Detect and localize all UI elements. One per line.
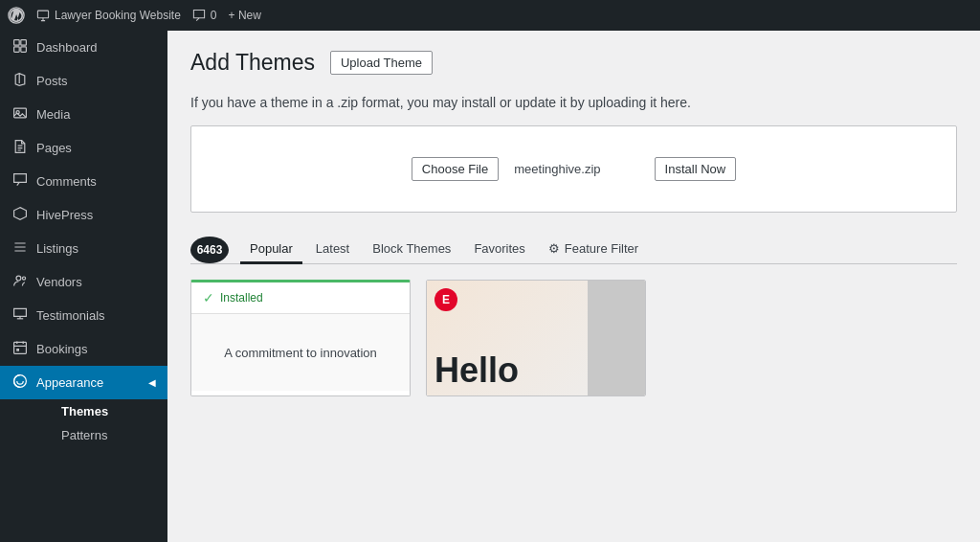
new-content-link[interactable]: + New bbox=[229, 9, 261, 22]
svg-point-9 bbox=[16, 276, 21, 281]
site-name[interactable]: Lawyer Booking Website bbox=[36, 9, 181, 22]
theme-card-body-1: A commitment to innovation bbox=[191, 314, 410, 391]
check-icon: ✓ bbox=[203, 290, 214, 305]
theme-card-installed[interactable]: ✓ Installed A commitment to innovation bbox=[190, 280, 411, 396]
svg-rect-3 bbox=[21, 40, 27, 46]
hello-text: Hello bbox=[434, 353, 519, 388]
sidebar-item-posts[interactable]: Posts bbox=[0, 64, 167, 98]
svg-rect-1 bbox=[37, 11, 48, 18]
listings-icon bbox=[11, 239, 29, 258]
top-bar: Lawyer Booking Website 0 + New bbox=[0, 0, 980, 31]
sidebar-item-listings[interactable]: Listings bbox=[0, 232, 167, 265]
themes-grid: ✓ Installed A commitment to innovation E… bbox=[190, 280, 957, 396]
bookings-icon bbox=[11, 340, 29, 358]
elementor-badge: E bbox=[434, 288, 457, 311]
sidebar-sub-item-themes[interactable]: Themes bbox=[31, 399, 167, 423]
wp-logo-icon[interactable] bbox=[8, 7, 25, 24]
theme-preview-hello: E Hello bbox=[427, 281, 645, 395]
posts-icon bbox=[11, 72, 29, 90]
install-now-button[interactable]: Install Now bbox=[655, 157, 737, 181]
svg-rect-4 bbox=[14, 47, 20, 53]
svg-rect-5 bbox=[21, 47, 27, 53]
sidebar-item-hivepress[interactable]: HivePress bbox=[0, 198, 167, 232]
hivepress-icon bbox=[11, 206, 29, 224]
tab-count-badge[interactable]: 6463 bbox=[190, 237, 229, 263]
sidebar-item-testimonials[interactable]: Testimonials bbox=[0, 299, 167, 332]
theme-preview-sidebar bbox=[588, 281, 645, 395]
file-name-label: meetinghive.zip bbox=[514, 162, 600, 176]
vendors-icon bbox=[11, 273, 29, 291]
collapse-icon: ◀ bbox=[148, 377, 156, 388]
main-content: Add Themes Upload Theme If you have a th… bbox=[167, 31, 980, 542]
sidebar-sub-menu: Themes Patterns bbox=[0, 399, 167, 447]
installed-badge: ✓ Installed bbox=[191, 282, 410, 314]
svg-marker-8 bbox=[14, 208, 27, 220]
tabs-bar: 6463 Popular Latest Block Themes Favorit… bbox=[190, 236, 957, 264]
upload-box: Choose File meetinghive.zip Install Now bbox=[190, 125, 957, 213]
sidebar: Dashboard Posts Media Pages Comments bbox=[0, 31, 167, 542]
media-icon bbox=[11, 105, 29, 124]
svg-point-10 bbox=[22, 277, 25, 280]
tab-latest[interactable]: Latest bbox=[306, 236, 359, 264]
svg-rect-2 bbox=[14, 40, 20, 46]
gear-icon: ⚙ bbox=[548, 241, 560, 256]
svg-rect-11 bbox=[14, 342, 27, 353]
upload-description: If you have a theme in a .zip format, yo… bbox=[190, 95, 957, 110]
sidebar-item-dashboard[interactable]: Dashboard bbox=[0, 31, 167, 64]
theme-card-hello[interactable]: E Hello bbox=[426, 280, 646, 396]
sidebar-item-comments[interactable]: Comments bbox=[0, 165, 167, 198]
sidebar-item-bookings[interactable]: Bookings bbox=[0, 332, 167, 366]
dashboard-icon bbox=[11, 38, 29, 56]
page-title: Add Themes bbox=[190, 50, 315, 76]
comments-link[interactable]: 0 bbox=[192, 9, 217, 22]
tab-block-themes[interactable]: Block Themes bbox=[363, 236, 460, 264]
choose-file-button[interactable]: Choose File bbox=[412, 157, 499, 181]
comments-icon bbox=[11, 172, 29, 191]
sidebar-item-appearance[interactable]: Appearance ◀ bbox=[0, 366, 167, 399]
tab-feature-filter[interactable]: ⚙ Feature Filter bbox=[539, 236, 648, 264]
tab-popular[interactable]: Popular bbox=[240, 236, 302, 264]
appearance-icon bbox=[11, 373, 29, 392]
sidebar-item-vendors[interactable]: Vendors bbox=[0, 265, 167, 299]
sidebar-sub-item-patterns[interactable]: Patterns bbox=[31, 423, 167, 447]
page-header: Add Themes Upload Theme bbox=[190, 50, 957, 76]
theme-card-title-1: A commitment to innovation bbox=[224, 346, 377, 360]
pages-icon bbox=[11, 139, 29, 157]
sidebar-item-pages[interactable]: Pages bbox=[0, 131, 167, 165]
sidebar-item-media[interactable]: Media bbox=[0, 98, 167, 131]
main-layout: Dashboard Posts Media Pages Comments bbox=[0, 31, 980, 542]
testimonials-icon bbox=[11, 306, 29, 325]
upload-theme-button[interactable]: Upload Theme bbox=[330, 51, 433, 75]
tab-favorites[interactable]: Favorites bbox=[464, 236, 534, 264]
